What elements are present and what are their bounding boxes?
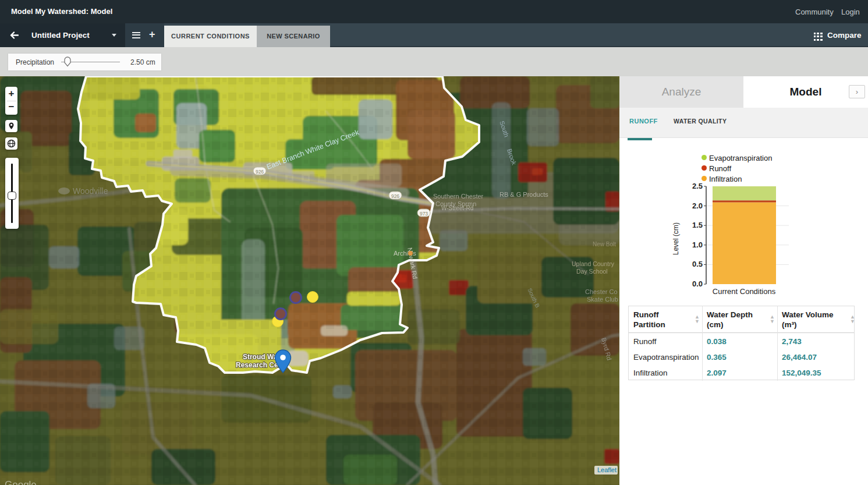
- svg-text:1.5: 1.5: [692, 221, 703, 229]
- svg-text:W-Street-Rd: W-Street-Rd: [441, 205, 473, 211]
- svg-text:Leaflet: Leaflet: [597, 466, 617, 473]
- svg-text:Level (cm): Level (cm): [672, 222, 680, 255]
- svg-text:973: 973: [420, 211, 428, 217]
- svg-text:Woodville: Woodville: [73, 186, 108, 196]
- svg-text:Google: Google: [5, 479, 37, 485]
- svg-text:Upland Country: Upland Country: [572, 260, 615, 267]
- svg-text:Southern Chester: Southern Chester: [433, 193, 484, 200]
- svg-text:Current Conditions: Current Conditions: [713, 287, 776, 296]
- svg-text:0.0: 0.0: [692, 279, 703, 288]
- svg-text:0.5: 0.5: [692, 260, 703, 268]
- svg-text:RB & G Products: RB & G Products: [499, 191, 548, 198]
- svg-text:Archie's: Archie's: [394, 250, 416, 257]
- svg-text:2.0: 2.0: [692, 201, 703, 210]
- svg-text:926: 926: [391, 193, 399, 199]
- svg-text:926: 926: [256, 169, 264, 175]
- svg-text:New Bolt: New Bolt: [593, 241, 616, 247]
- svg-text:2.5: 2.5: [692, 182, 703, 190]
- svg-text:Day School: Day School: [576, 268, 608, 275]
- svg-text:Chester Co: Chester Co: [585, 288, 618, 295]
- svg-text:Skate Club: Skate Club: [587, 296, 618, 303]
- svg-text:1.0: 1.0: [692, 240, 703, 249]
